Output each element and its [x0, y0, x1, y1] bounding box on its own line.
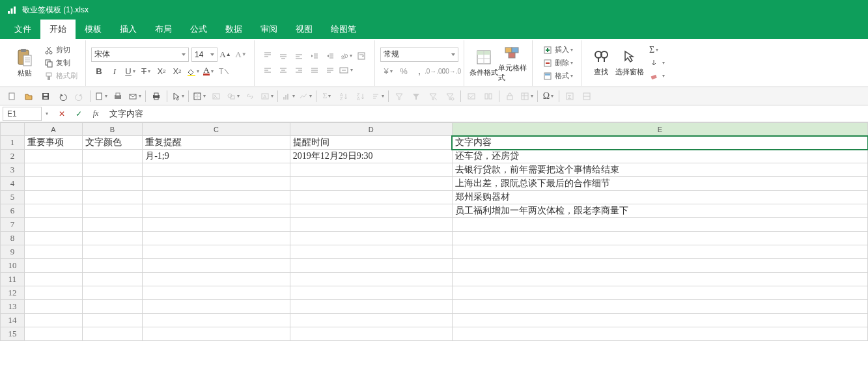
fill-color-button[interactable]: ▾ [185, 64, 201, 79]
cell-E12[interactable] [452, 286, 867, 300]
cell-E6[interactable]: 员工福利增加一年两次体检，跟老李商量下 [452, 204, 867, 218]
menu-file[interactable]: 文件 [5, 20, 40, 39]
sort-asc-button[interactable]: AZ [336, 89, 352, 103]
menu-data[interactable]: 数据 [216, 20, 251, 39]
filter-a-button[interactable] [391, 89, 407, 103]
column-header-C[interactable]: C [143, 123, 290, 136]
increase-indent-button[interactable] [322, 49, 338, 63]
row-header[interactable]: 4 [1, 177, 25, 191]
name-box[interactable]: E1 [3, 107, 42, 121]
cell-A7[interactable] [25, 218, 83, 232]
cell-C11[interactable] [143, 273, 290, 286]
cell-C5[interactable] [143, 191, 290, 204]
cell-A2[interactable] [25, 150, 83, 163]
row-header[interactable]: 7 [1, 218, 25, 232]
cell-E11[interactable] [452, 273, 867, 286]
merge-cells-button[interactable]: ▾ [338, 63, 354, 77]
insert-function-button[interactable]: fx [87, 107, 104, 121]
cell-B14[interactable] [82, 314, 143, 327]
row-header[interactable]: 11 [1, 273, 25, 286]
row-header[interactable]: 13 [1, 300, 25, 314]
cell-D10[interactable] [290, 259, 452, 273]
cell-D1[interactable]: 提醒时间 [290, 136, 452, 150]
cell-E5[interactable]: 郑州采购器材 [452, 191, 867, 204]
cell-D11[interactable] [290, 273, 452, 286]
font-color-button[interactable]: A▾ [201, 64, 216, 79]
email-button[interactable]: ▾ [127, 89, 143, 103]
link-button[interactable] [242, 89, 258, 103]
cell-D5[interactable] [290, 191, 452, 204]
decrease-indent-button[interactable] [307, 49, 322, 63]
menu-view[interactable]: 视图 [287, 20, 322, 39]
row-header[interactable]: 3 [1, 163, 25, 177]
font-name-select[interactable]: 宋体 [91, 48, 189, 62]
cell-A14[interactable] [25, 314, 83, 327]
cell-C10[interactable] [143, 259, 290, 273]
cell-A12[interactable] [25, 286, 83, 300]
filter-d-button[interactable] [442, 89, 458, 103]
row-header[interactable]: 12 [1, 286, 25, 300]
align-middle-button[interactable] [275, 49, 291, 63]
protect-button[interactable] [502, 89, 518, 103]
picture-button[interactable] [208, 89, 224, 103]
cell-C12[interactable] [143, 286, 290, 300]
fill-button[interactable]: ▾ [647, 57, 667, 70]
align-right-button[interactable] [291, 63, 307, 77]
orientation-button[interactable]: ab▾ [338, 49, 354, 63]
row-header[interactable]: 2 [1, 150, 25, 163]
row-header[interactable]: 9 [1, 245, 25, 259]
cell-A6[interactable] [25, 204, 83, 218]
cell-E4[interactable]: 上海出差，跟阮总谈下最后的合作细节 [452, 177, 867, 191]
menu-layout[interactable]: 布局 [146, 20, 181, 39]
cell-A11[interactable] [25, 273, 83, 286]
cell-C14[interactable] [143, 314, 290, 327]
cell-C2[interactable]: 月-1;9 [143, 150, 290, 163]
delete-cells-button[interactable]: 删除▾ [540, 57, 576, 70]
cell-E3[interactable]: 去银行贷款，前年需要把这个事情给结束 [452, 163, 867, 177]
cell-E9[interactable] [452, 245, 867, 259]
cell-C4[interactable] [143, 177, 290, 191]
menu-draw[interactable]: 绘图笔 [322, 20, 365, 39]
subtotal2-button[interactable] [579, 89, 595, 103]
cell-D7[interactable] [290, 218, 452, 232]
cell-C13[interactable] [143, 300, 290, 314]
formula-input[interactable]: 文字内容 [104, 108, 868, 120]
row-header[interactable]: 6 [1, 204, 25, 218]
cell-E14[interactable] [452, 314, 867, 327]
select-pane-button[interactable]: 选择窗格 [615, 44, 644, 83]
decrease-font-button[interactable]: A▼ [233, 48, 249, 62]
cell-A10[interactable] [25, 259, 83, 273]
group-button[interactable] [481, 89, 496, 103]
cell-C15[interactable] [143, 327, 290, 341]
cell-A3[interactable] [25, 163, 83, 177]
sort-button[interactable]: ▾ [370, 89, 385, 103]
conditional-format-button[interactable]: 条件格式 [469, 44, 498, 83]
cell-style-button[interactable]: 单元格样式 [498, 44, 527, 83]
column-header-E[interactable]: E [452, 123, 867, 136]
cut-button[interactable]: 剪切 [42, 44, 80, 57]
cell-E13[interactable] [452, 300, 867, 314]
cell-C6[interactable] [143, 204, 290, 218]
cell-E10[interactable] [452, 259, 867, 273]
row-header[interactable]: 5 [1, 191, 25, 204]
insert-cells-button[interactable]: 插入▾ [540, 44, 576, 57]
row-header[interactable]: 1 [1, 136, 25, 150]
cell-B6[interactable] [82, 204, 143, 218]
validate-button[interactable] [464, 89, 479, 103]
new-file-button[interactable] [4, 89, 20, 103]
column-header-A[interactable]: A [25, 123, 83, 136]
align-center-button[interactable] [275, 63, 291, 77]
cell-B8[interactable] [82, 232, 143, 245]
cell-D2[interactable]: 2019年12月29日9:30 [290, 150, 452, 163]
cell-D15[interactable] [290, 327, 452, 341]
format-cells-button[interactable]: 格式▾ [540, 70, 576, 83]
number-format-select[interactable]: 常规 [380, 48, 458, 62]
row-header[interactable]: 8 [1, 232, 25, 245]
chart-button[interactable]: ▾ [281, 89, 296, 103]
cell-C8[interactable] [143, 232, 290, 245]
formula-cancel-button[interactable]: ✕ [53, 107, 70, 121]
align-left-button[interactable] [260, 63, 275, 77]
column-header-D[interactable]: D [290, 123, 452, 136]
column-header-B[interactable]: B [82, 123, 143, 136]
sum-button[interactable]: Σ▾ [319, 89, 335, 103]
